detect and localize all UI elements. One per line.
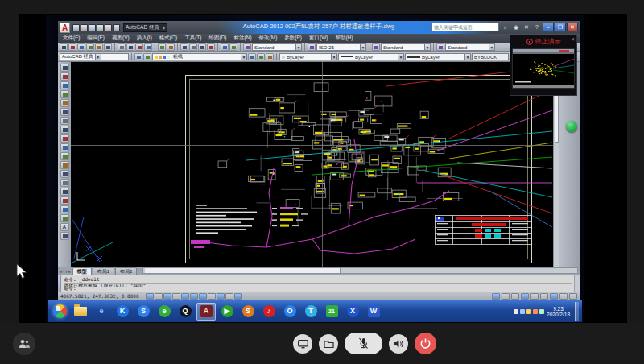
taskbar-item-thunder[interactable]: X [343,303,362,321]
properties-icon[interactable] [221,43,229,51]
line-icon[interactable] [60,64,69,72]
command-prompt[interactable]: 命令: [64,283,572,291]
arc-icon[interactable] [60,108,69,116]
layer-isolate-icon[interactable] [266,53,274,60]
taskbar-item-browser-360[interactable]: O [280,303,299,321]
gradient-icon[interactable] [60,196,69,205]
ellipse-arc-icon[interactable] [60,152,69,160]
mleader-style-icon[interactable] [436,43,444,51]
table-style-dropdown[interactable]: Standard▼ [381,43,431,51]
participants-button[interactable] [13,333,35,355]
matchprop-icon[interactable] [144,43,152,51]
layer-dropdown[interactable]: 粗线 ▼ [152,53,247,60]
cad-drawing-canvas[interactable] [71,62,553,267]
speaker-button[interactable] [389,334,408,354]
publish-icon[interactable] [104,43,112,51]
add-scale-icon[interactable] [60,232,69,240]
menu-item[interactable]: 插入(I) [137,35,152,42]
redo-icon[interactable] [167,43,175,51]
undo-icon[interactable] [158,43,166,51]
infocenter-search-input[interactable] [431,23,499,31]
table-icon[interactable] [60,214,69,222]
command-window[interactable]: 命令: _ddedit选择注释对象或 [放弃(U)]: *取消* 命令: [58,275,580,292]
copy-icon[interactable] [126,43,134,51]
zoom-window-icon[interactable] [198,43,206,51]
tab-布局1[interactable]: 布局1 [93,267,114,275]
circle-icon[interactable] [60,117,69,125]
taskbar-item-autocad[interactable]: A [196,303,216,321]
dynamic-input-toggle[interactable] [217,293,225,300]
menu-item[interactable]: 工具(T) [184,35,201,42]
lineweight-toggle[interactable] [225,293,233,300]
menu-item[interactable]: 格式(O) [159,35,177,42]
taskbar-item-360-safe[interactable]: e [155,303,174,321]
lineweight-dropdown[interactable]: ByLayer ▼ [405,53,471,60]
menu-item[interactable]: 窗口(W) [309,35,328,42]
help-icon[interactable]: ? [533,23,541,31]
ortho-mode-toggle[interactable] [172,293,180,300]
taskbar-item-explorer[interactable] [71,303,90,321]
dim-style-icon[interactable] [308,43,316,51]
multiline-text-icon[interactable]: A [60,223,69,231]
horizontal-scrollbar[interactable] [142,267,578,274]
menu-item[interactable]: 编辑(E) [87,35,105,42]
table-style-icon[interactable] [372,43,380,51]
end-call-button[interactable] [415,333,436,354]
taskbar-clock[interactable]: 9:23 2020/2/18 [547,306,570,317]
microphone-muted-button[interactable] [345,333,382,354]
accelerator-ball-icon[interactable] [566,121,577,132]
menu-item[interactable]: 修改(M) [259,35,278,42]
menu-item[interactable]: 视图(V) [112,35,130,42]
object-snap-tracking-toggle[interactable] [199,293,207,300]
object-snap-toggle[interactable] [190,293,198,300]
layer-states-icon[interactable] [143,53,151,60]
taskbar-item-sogou-input[interactable]: S [134,303,153,321]
zoom-realtime-icon[interactable] [189,43,197,51]
menu-item[interactable]: 文件(F) [63,35,80,42]
tray-volume-icon[interactable] [526,309,531,314]
taskbar-item-sohu-video[interactable]: S [238,303,258,321]
command-scrollbar[interactable] [574,275,580,292]
scrollbar-thumb[interactable] [555,94,559,143]
start-button[interactable] [53,304,67,318]
spline-icon[interactable] [60,134,69,143]
hatch-icon[interactable] [60,188,69,196]
command-window-grip[interactable] [58,275,61,292]
tab-模型[interactable]: 模型 [72,267,92,275]
quick-view-layouts-icon[interactable] [502,293,510,300]
tray-safety-icon[interactable] [514,309,518,314]
dim-style-dropdown[interactable]: ISO-25▼ [316,43,366,51]
taskbar-item-app-21[interactable]: 21 [322,303,341,321]
tray-power-icon[interactable] [539,309,544,314]
screen-share-button[interactable] [293,334,312,354]
video-file-button[interactable] [319,334,338,354]
ellipse-icon[interactable] [60,143,69,151]
tray-network-icon[interactable] [520,309,525,314]
menu-item[interactable]: 标注(N) [234,35,252,42]
make-block-icon[interactable] [60,170,69,178]
insert-block-icon[interactable] [60,161,69,169]
menu-item[interactable]: 绘图(D) [209,35,227,42]
minimize-button[interactable]: – [543,23,554,31]
show-desktop-button[interactable] [575,302,579,321]
polygon-icon[interactable] [60,90,69,98]
plot-icon[interactable] [86,43,94,51]
open-icon[interactable] [68,43,76,51]
qnew-icon[interactable] [60,43,68,51]
make-object-layer-icon[interactable] [248,53,256,60]
infer-constraints-toggle[interactable] [146,293,154,300]
stop-presenting-header[interactable]: 停止演示 [510,35,576,48]
close-button[interactable]: ✕ [567,23,578,31]
designcenter-icon[interactable] [229,43,237,51]
snap-mode-toggle[interactable] [155,293,163,300]
menu-item[interactable]: 帮助(H) [335,35,353,42]
model-space-icon[interactable] [492,293,500,300]
grid-display-toggle[interactable] [163,293,171,300]
taskbar-item-kugou-music[interactable]: K [113,303,132,321]
tray-update-icon[interactable] [533,309,538,314]
taskbar-item-netease-music[interactable]: ♪ [259,303,279,321]
autoscale-icon[interactable] [540,293,548,300]
clean-screen-icon[interactable] [569,293,577,300]
color-dropdown[interactable]: ByLayer ▼ [279,53,337,60]
revision-cloud-icon[interactable] [60,126,69,134]
